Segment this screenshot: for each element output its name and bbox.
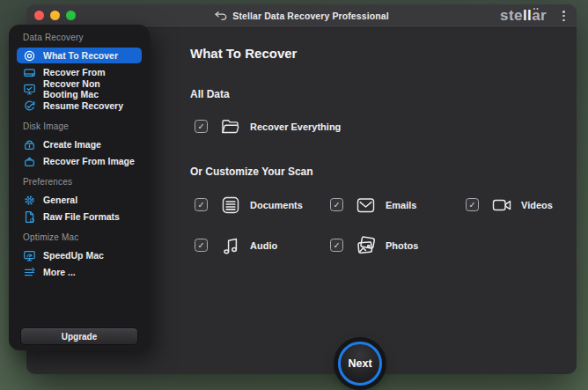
scan-item-label: Videos xyxy=(521,200,553,210)
target-icon xyxy=(23,49,36,63)
drive-icon xyxy=(23,66,36,79)
sidebar-item-raw-file-formats[interactable]: Raw File Formats xyxy=(17,209,142,224)
kebab-menu-icon[interactable] xyxy=(562,11,565,21)
sidebar-item-create-image[interactable]: Create Image xyxy=(17,136,142,152)
section-header: Preferences xyxy=(23,176,136,188)
scan-item-label: Emails xyxy=(386,200,416,210)
video-camera-icon xyxy=(489,193,513,217)
window-title: Stellar Data Recovery Professional xyxy=(232,11,388,21)
sidebar-section-disk-image: Disk Image Create Image Recover From Ima… xyxy=(9,121,150,169)
sidebar-item-recover-from-image[interactable]: Recover From Image xyxy=(17,153,142,169)
checkbox-audio[interactable]: ✓ xyxy=(195,239,208,252)
sidebar-item-label: General xyxy=(43,195,77,205)
more-lines-icon xyxy=(23,266,36,279)
brand-part: ste xyxy=(500,7,523,25)
sidebar-item-label: Recover Non Booting Mac xyxy=(43,78,136,99)
checkbox-documents[interactable]: ✓ xyxy=(195,198,208,211)
scan-item-label: Documents xyxy=(250,200,303,210)
disk-image-icon xyxy=(23,138,36,151)
section-header: Optimize Mac xyxy=(23,232,136,243)
sidebar-item-label: SpeedUp Mac xyxy=(43,250,104,261)
scan-item-videos: ✓ Videos xyxy=(466,193,588,217)
sidebar-item-label: Recover From xyxy=(43,67,106,77)
envelope-icon xyxy=(354,193,378,217)
sidebar-item-label: Raw File Formats xyxy=(43,211,120,222)
sidebar-section-preferences: Preferences General Raw File Formats xyxy=(9,176,150,224)
checkbox-videos[interactable]: ✓ xyxy=(466,198,479,211)
back-arrow-icon[interactable] xyxy=(214,11,227,21)
photos-icon xyxy=(354,233,378,257)
next-button[interactable]: Next xyxy=(338,342,382,386)
checkbox-emails[interactable]: ✓ xyxy=(330,198,343,211)
brand-part: ll xyxy=(523,7,532,25)
sidebar-item-label: What To Recover xyxy=(43,50,118,61)
stellar-logo: stellar xyxy=(500,4,547,27)
section-header: Disk Image xyxy=(23,121,136,132)
scan-item-emails: ✓ Emails xyxy=(330,193,466,217)
gear-icon xyxy=(23,194,36,207)
page-title: What To Recover xyxy=(190,46,297,61)
sidebar-item-general[interactable]: General xyxy=(17,192,142,208)
speedometer-icon xyxy=(23,249,36,262)
recover-everything-row: ✓ Recover Everything xyxy=(195,114,341,138)
recover-everything-label: Recover Everything xyxy=(250,121,341,132)
scan-item-label: Photos xyxy=(386,240,418,251)
all-data-heading: All Data xyxy=(190,88,230,100)
sidebar-item-label: Recover From Image xyxy=(43,156,135,166)
sidebar-item-label: Resume Recovery xyxy=(43,100,123,111)
customize-heading: Or Customize Your Scan xyxy=(190,166,313,178)
sidebar-section-optimize-mac: Optimize Mac SpeedUp Mac More ... xyxy=(9,232,150,280)
scan-item-label: Audio xyxy=(250,240,277,251)
folder-icon xyxy=(218,114,242,138)
sidebar-item-speedup-mac[interactable]: SpeedUp Mac xyxy=(17,247,142,263)
resume-arrow-icon xyxy=(23,99,36,113)
scan-items-grid: ✓ Documents ✓ Emails ✓ xyxy=(195,193,588,257)
music-note-icon xyxy=(218,233,242,257)
checkbox-recover-everything[interactable]: ✓ xyxy=(195,120,208,133)
sidebar-item-what-to-recover[interactable]: What To Recover xyxy=(17,48,142,63)
sidebar-section-data-recovery: Data Recovery What To Recover Recover Fr… xyxy=(9,32,150,114)
image-restore-icon xyxy=(23,155,36,168)
sidebar-item-resume-recovery[interactable]: Resume Recovery xyxy=(17,98,142,114)
sidebar-item-recover-non-booting-mac[interactable]: Recover Non Booting Mac xyxy=(17,81,142,97)
sidebar-item-label: More ... xyxy=(43,267,76,277)
documents-icon xyxy=(218,193,242,217)
scan-item-photos: ✓ Photos xyxy=(330,233,466,257)
upgrade-button[interactable]: Upgrade xyxy=(20,327,138,345)
scan-item-audio: ✓ Audio xyxy=(195,233,330,257)
sidebar: Data Recovery What To Recover Recover Fr… xyxy=(9,25,150,350)
scan-item-documents: ✓ Documents xyxy=(195,193,330,217)
monitor-icon xyxy=(23,83,36,96)
section-header: Data Recovery xyxy=(23,32,136,43)
sidebar-item-more[interactable]: More ... xyxy=(17,264,142,280)
brand-part: ar xyxy=(532,7,547,25)
checkbox-photos[interactable]: ✓ xyxy=(330,239,343,252)
sidebar-item-label: Create Image xyxy=(43,139,101,150)
file-gear-icon xyxy=(23,210,36,224)
